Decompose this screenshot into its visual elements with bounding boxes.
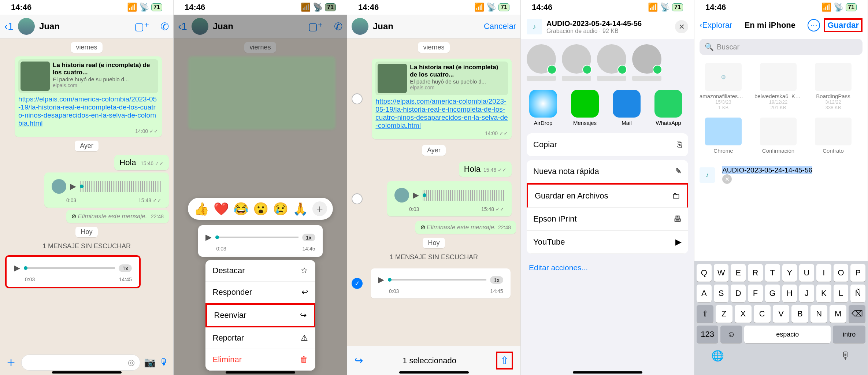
folder-item[interactable]: ⚙amazonafiliates@naj...email15/3/231 KB <box>700 63 747 110</box>
home-indicator[interactable] <box>52 371 122 374</box>
globe-icon[interactable]: 🌐 <box>711 350 724 362</box>
attach-button[interactable]: ＋ <box>4 353 18 371</box>
share-header: ♪ AUDIO-2023-05-24-14-45-56 Grabación de… <box>521 15 694 39</box>
reaction-picker[interactable]: 👍 ❤️ 😂 😮 😢 🙏 ＋ <box>188 198 333 220</box>
share-button[interactable]: ⇧ <box>496 352 513 370</box>
unheard-banner: 1 MENSAJE SIN ESCUCHAR <box>0 242 173 250</box>
shift-key[interactable]: ⇧ <box>697 305 713 323</box>
folder-grid: ⚙amazonafiliates@naj...email15/3/231 KB … <box>694 58 868 159</box>
home-indicator[interactable] <box>226 371 295 374</box>
folder-item[interactable]: Chrome <box>700 118 747 154</box>
voice-call-icon[interactable]: ✆ <box>160 21 169 33</box>
reaction-wow[interactable]: 😮 <box>253 201 268 216</box>
play-icon[interactable]: ▶ <box>70 182 76 191</box>
play-icon[interactable]: ▶ <box>14 263 20 273</box>
select-checkbox-checked[interactable]: ✓ <box>352 278 363 289</box>
app-mail[interactable]: Mail <box>610 90 643 126</box>
date-separator: Hoy <box>75 227 97 237</box>
audio-avatar <box>52 179 66 194</box>
folder-item[interactable]: Contrato <box>809 118 857 154</box>
app-whatsapp[interactable]: WhatsApp <box>652 90 685 126</box>
wifi-icon: 📡 <box>139 3 149 12</box>
app-airdrop[interactable]: AirDrop <box>527 90 560 126</box>
message-audio-incoming[interactable]: ▶ 1x 0:0314:45 <box>5 255 141 288</box>
star-icon: ☆ <box>301 266 308 275</box>
numbers-key[interactable]: 123 <box>697 326 718 343</box>
action-youtube[interactable]: YouTube▶ <box>527 231 688 254</box>
reaction-pray[interactable]: 🙏 <box>293 201 308 216</box>
close-button[interactable]: ✕ <box>675 20 688 33</box>
video-call-icon[interactable]: ▢⁺ <box>134 21 149 33</box>
menu-reply[interactable]: Responder↩ <box>205 282 315 303</box>
url-text[interactable]: https://elpais.com/america-colombia/2023… <box>18 95 158 127</box>
more-button[interactable]: ⋯ <box>808 19 820 31</box>
sticker-icon[interactable]: ◎ <box>128 358 135 367</box>
emoji-key[interactable]: ☺ <box>720 326 742 343</box>
contact-name[interactable]: Juan <box>39 21 130 31</box>
select-checkbox[interactable] <box>352 193 363 204</box>
space-key[interactable]: espacio <box>744 326 831 343</box>
menu-delete[interactable]: Eliminar🗑 <box>205 349 315 371</box>
folder-item[interactable]: belwederska6_KO...202219/12/22201 KB <box>754 63 802 110</box>
key[interactable]: Q <box>697 264 712 282</box>
action-new-note[interactable]: Nueva nota rápida✎ <box>527 160 688 183</box>
action-copy[interactable]: Copiar⎘ <box>527 133 688 156</box>
enter-key[interactable]: intro <box>833 326 865 343</box>
date-separator: viernes <box>71 42 102 53</box>
message-deleted: ⊘ Eliminaste este mensaje. 22:48 <box>66 210 169 223</box>
message-link[interactable]: La historia real (e incompleta) de los c… <box>15 56 162 137</box>
menu-forward[interactable]: Reenviar↪ <box>205 303 315 327</box>
selection-count: 1 seleccionado <box>403 356 456 365</box>
select-checkbox[interactable] <box>352 93 363 104</box>
avatar[interactable] <box>18 18 35 35</box>
forward-icon[interactable]: ↪ <box>355 354 363 367</box>
folder-icon: 🗀 <box>672 191 680 201</box>
cancel-button[interactable]: Cancelar <box>484 22 516 31</box>
input-bar: ＋ ◎ 📷 🎙 <box>0 353 173 371</box>
reaction-thumbs-up[interactable]: 👍 <box>194 201 209 216</box>
filename-bar: ♪ AUDIO-2023-05-24-14-45-56 ✕ <box>700 163 863 188</box>
clear-button[interactable]: ✕ <box>722 174 732 184</box>
folder-item[interactable]: BoardingPass3/12/22338 KB <box>809 63 857 110</box>
audio-file-icon: ♪ <box>700 167 715 183</box>
forward-icon: ↪ <box>300 311 307 320</box>
back-button[interactable]: ‹ Explorar <box>700 21 732 30</box>
camera-icon[interactable]: 📷 <box>144 357 156 368</box>
file-info: Grabación de audio · 92 KB <box>546 28 671 34</box>
mic-icon[interactable]: 🎙 <box>159 357 169 368</box>
file-name: AUDIO-2023-05-24-14-45-56 <box>546 19 671 28</box>
reaction-more[interactable]: ＋ <box>312 201 327 216</box>
reaction-laugh[interactable]: 😂 <box>233 201 249 216</box>
dictation-icon[interactable]: 🎙 <box>841 350 851 362</box>
reaction-sad[interactable]: 😢 <box>273 201 288 216</box>
action-epson[interactable]: Epson iPrint🖶 <box>527 208 688 231</box>
message-audio[interactable]: ▶ 0:0315:48 ✓✓ <box>44 172 169 208</box>
share-contact[interactable] <box>597 44 626 74</box>
battery: 71 <box>151 3 162 11</box>
message-input[interactable]: ◎ <box>21 354 140 371</box>
share-contact[interactable] <box>527 44 556 74</box>
home-indicator[interactable] <box>399 371 469 374</box>
pane-5-files-save: 14:46📶📡71 ‹ Explorar En mi iPhone ⋯ Guar… <box>694 0 868 375</box>
edit-actions-link[interactable]: Editar acciones... <box>521 257 694 278</box>
menu-report[interactable]: Reportar⚠ <box>205 327 315 349</box>
search-input[interactable]: 🔍Buscar <box>700 39 863 55</box>
save-button[interactable]: Guardar <box>824 18 863 32</box>
action-save-files[interactable]: Guardar en Archivos🗀 <box>527 183 688 208</box>
share-contact[interactable] <box>632 44 661 74</box>
reaction-heart[interactable]: ❤️ <box>214 201 229 216</box>
play-icon[interactable]: ▶ <box>205 233 212 242</box>
home-indicator[interactable] <box>573 371 642 374</box>
folder-item[interactable]: Confirmación <box>754 118 802 154</box>
message-text[interactable]: Hola 15:46 ✓✓ <box>114 155 169 170</box>
share-contact[interactable] <box>562 44 591 74</box>
speed-button[interactable]: 1x <box>119 264 132 272</box>
menu-star[interactable]: Destacar☆ <box>205 260 315 282</box>
filename-input[interactable]: AUDIO-2023-05-24-14-45-56 ✕ <box>719 163 863 188</box>
link-thumbnail <box>21 62 50 91</box>
back-button[interactable]: ‹1 <box>4 21 14 32</box>
app-messages[interactable]: Mensajes <box>568 90 601 126</box>
backspace-key[interactable]: ⌫ <box>849 305 865 323</box>
selected-audio-bubble: ▶ 1x 0:0314:45 <box>198 225 323 257</box>
apps-row: AirDrop Mensajes Mail WhatsApp <box>521 86 694 130</box>
